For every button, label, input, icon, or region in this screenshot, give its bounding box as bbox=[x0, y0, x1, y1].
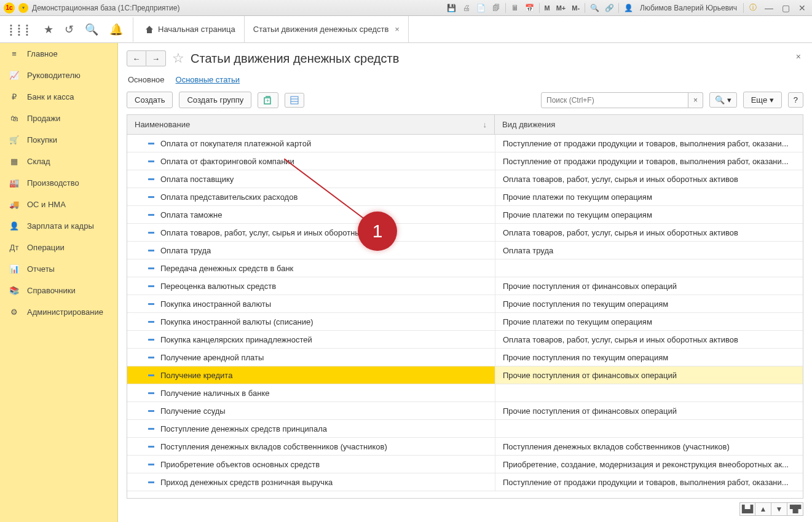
sidebar-item[interactable]: 👤Зарплата и кадры bbox=[0, 215, 117, 237]
document-icon[interactable]: 📄 bbox=[476, 2, 487, 14]
sidebar-item-label: Склад bbox=[27, 157, 50, 166]
row-name-value: Получение ссуды bbox=[160, 406, 226, 416]
minimize-icon[interactable]: — bbox=[762, 3, 776, 13]
sidebar-item[interactable]: ⚙Администрирование bbox=[0, 301, 117, 323]
sidebar-item[interactable]: 🛒Покупки bbox=[0, 129, 117, 151]
info-icon[interactable]: ⓘ bbox=[747, 2, 759, 14]
table-row[interactable]: Поступления денежных вкладов собственник… bbox=[127, 438, 803, 456]
zoom-icon[interactable]: 🔍 bbox=[589, 2, 600, 14]
sidebar-item[interactable]: 🏭Производство bbox=[0, 172, 117, 194]
user-name[interactable]: Любимов Валерий Юрьевич bbox=[637, 4, 739, 12]
row-name-value: Оплата труда bbox=[160, 246, 211, 255]
search-button[interactable]: 🔍 ▾ bbox=[709, 92, 737, 108]
tab-home-label: Начальная страница bbox=[158, 25, 235, 34]
sidebar-item-label: Производство bbox=[27, 178, 79, 188]
row-move-value: Прочие платежи по текущим операциям bbox=[495, 188, 803, 205]
sort-indicator-icon: ↓ bbox=[483, 120, 487, 129]
table-row[interactable]: Оплата товаров, работ, услуг, сырья и ин… bbox=[127, 224, 803, 242]
table-row[interactable]: Оплата от покупателя платежной картой По… bbox=[127, 135, 803, 152]
row-item-icon bbox=[148, 143, 154, 144]
copy-add-icon: + bbox=[263, 95, 273, 105]
close-icon[interactable]: ✕ bbox=[796, 3, 808, 13]
print-icon[interactable]: 🖨 bbox=[461, 2, 472, 14]
sidebar-item[interactable]: ≡Главное bbox=[0, 43, 117, 65]
table-row[interactable]: Поступление денежных средств принципала bbox=[127, 420, 803, 438]
table-row[interactable]: Приход денежных средств розничная выручк… bbox=[127, 473, 803, 491]
page-down-button[interactable]: ▼ bbox=[771, 502, 787, 516]
sidebar-item[interactable]: 🚚ОС и НМА bbox=[0, 194, 117, 215]
table-row[interactable]: Получение ссуды Прочие поступления от фи… bbox=[127, 402, 803, 420]
table-row[interactable]: Оплата таможне Прочие платежи по текущим… bbox=[127, 206, 803, 224]
tab-home[interactable]: Начальная страница bbox=[136, 16, 245, 43]
sidebar-item-icon: ≡ bbox=[9, 49, 20, 58]
tab-active[interactable]: Статьи движения денежных средств × bbox=[245, 16, 409, 43]
page-up-button[interactable]: ▲ bbox=[755, 502, 771, 516]
zoom-mminus-icon[interactable]: M- bbox=[570, 4, 581, 12]
save-icon[interactable]: 💾 bbox=[446, 2, 457, 14]
row-item-icon bbox=[148, 410, 154, 412]
calculator-icon[interactable]: 🖩 bbox=[510, 2, 521, 14]
maximize-icon[interactable]: ▢ bbox=[779, 3, 792, 13]
table-row[interactable]: Получение арендной платы Прочие поступле… bbox=[127, 349, 803, 366]
table-row[interactable]: Покупка иностранной валюты Прочие поступ… bbox=[127, 295, 803, 313]
search-clear-icon[interactable]: × bbox=[688, 92, 703, 108]
nav-forward-button[interactable]: → bbox=[146, 50, 166, 66]
page-last-button[interactable]: ▜▛ bbox=[787, 502, 803, 516]
table-row[interactable]: Передача денежных средств в банк bbox=[127, 259, 803, 277]
subtab-main[interactable]: Основное bbox=[128, 75, 165, 84]
table-row[interactable]: Получение наличных в банке bbox=[127, 384, 803, 402]
table-row[interactable]: Получение кредита Прочие поступления от … bbox=[127, 366, 803, 384]
help-button[interactable]: ? bbox=[788, 92, 803, 108]
table-row[interactable]: Оплата труда Оплата труда bbox=[127, 242, 803, 259]
compare-icon[interactable]: 🗐 bbox=[491, 2, 502, 14]
row-item-icon bbox=[148, 392, 154, 394]
sidebar-item[interactable]: 🛍Продажи bbox=[0, 108, 117, 129]
table-row[interactable]: Приобретение объектов основных средств П… bbox=[127, 456, 803, 473]
table-row[interactable]: Оплата поставщику Оплата товаров, работ,… bbox=[127, 170, 803, 188]
list-view-button[interactable] bbox=[285, 93, 304, 108]
row-item-icon bbox=[148, 214, 154, 216]
add-from-button[interactable]: + bbox=[258, 92, 278, 108]
column-name-header[interactable]: Наименование ↓ bbox=[127, 115, 495, 134]
table-row[interactable]: Оплата от факторинговой компании Поступл… bbox=[127, 152, 803, 170]
nav-back-button[interactable]: ← bbox=[127, 50, 146, 66]
column-move-header[interactable]: Вид движения bbox=[495, 115, 803, 134]
tab-close-icon[interactable]: × bbox=[392, 25, 400, 34]
zoom-m-icon[interactable]: M bbox=[543, 4, 551, 12]
star-icon[interactable]: ★ bbox=[44, 23, 53, 36]
table-row[interactable]: Покупка канцелярских принадлежностей Опл… bbox=[127, 331, 803, 349]
link-icon[interactable]: 🔗 bbox=[604, 2, 615, 14]
sidebar-item[interactable]: ▦Склад bbox=[0, 151, 117, 172]
tab-active-label: Статьи движения денежных средств bbox=[253, 25, 389, 34]
zoom-mplus-icon[interactable]: M+ bbox=[555, 4, 567, 12]
sidebar-item-icon: 🛒 bbox=[9, 135, 20, 144]
page-first-button[interactable]: ▙▟ bbox=[739, 502, 755, 516]
subtab-secondary[interactable]: Основные статьи bbox=[176, 75, 240, 84]
sidebar-item[interactable]: ДтОперации bbox=[0, 237, 117, 258]
favorite-star-icon[interactable]: ☆ bbox=[172, 50, 184, 66]
sidebar-item[interactable]: 📈Руководителю bbox=[0, 65, 117, 86]
sidebar-item[interactable]: ₽Банк и касса bbox=[0, 86, 117, 108]
sidebar-item-icon: ₽ bbox=[9, 92, 20, 101]
page-close-icon[interactable]: × bbox=[796, 52, 801, 61]
search-icon[interactable]: 🔍 bbox=[85, 23, 98, 36]
app-menu-dropdown-icon[interactable]: ▾ bbox=[18, 3, 28, 13]
more-button[interactable]: Еще ▾ bbox=[743, 92, 782, 108]
history-icon[interactable]: ↺ bbox=[65, 23, 74, 36]
sidebar-item[interactable]: 📚Справочники bbox=[0, 280, 117, 301]
row-name-value: Оплата от покупателя платежной картой bbox=[160, 139, 311, 148]
window-title: Демонстрационная база (1С:Предприятие) bbox=[32, 4, 179, 12]
create-group-button[interactable]: Создать группу bbox=[179, 92, 251, 108]
row-name-value: Поступление денежных средств принципала bbox=[160, 424, 327, 433]
search-input[interactable] bbox=[541, 92, 688, 108]
sidebar-item-label: ОС и НМА bbox=[27, 200, 66, 209]
table-row[interactable]: Переоценка валютных средств Прочие посту… bbox=[127, 277, 803, 295]
apps-icon[interactable]: ⡇⡇⡇ bbox=[9, 23, 33, 36]
calendar-icon[interactable]: 📅 bbox=[524, 2, 535, 14]
sidebar-item[interactable]: 📊Отчеты bbox=[0, 258, 117, 280]
table-row[interactable]: Оплата представительских расходов Прочие… bbox=[127, 188, 803, 206]
row-item-icon bbox=[148, 374, 154, 376]
create-button[interactable]: Создать bbox=[127, 92, 173, 108]
table-row[interactable]: Покупка иностранной валюты (списание) Пр… bbox=[127, 313, 803, 331]
bell-icon[interactable]: 🔔 bbox=[109, 23, 123, 36]
